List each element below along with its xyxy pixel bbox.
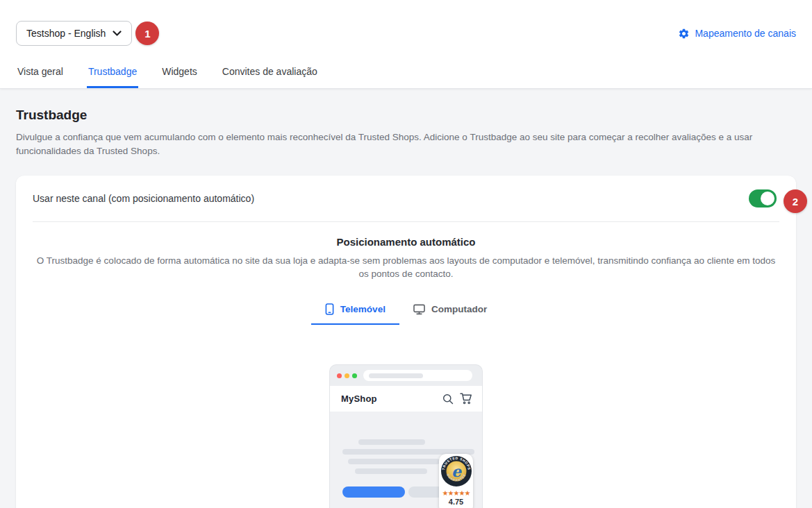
device-tab-mobile[interactable]: Telemóvel — [311, 303, 399, 325]
skeleton-line — [358, 439, 425, 445]
channel-toggle[interactable] — [749, 189, 777, 208]
shop-selector-dropdown[interactable]: Testshop - English — [16, 21, 132, 46]
page-title: Trustbadge — [16, 108, 796, 123]
device-tab-label: Telemóvel — [340, 304, 386, 314]
tab-trustbadge[interactable]: Trustbadge — [87, 66, 138, 88]
device-tab-desktop[interactable]: Computador — [399, 303, 501, 325]
section-description: O Trustbadge é colocado de forma automát… — [31, 254, 781, 280]
rating-stars: ★★★★★ — [439, 490, 473, 497]
minimize-dot-icon — [345, 373, 349, 378]
channel-toggle-label: Usar neste canal (com posicionamento aut… — [33, 193, 254, 204]
step-badge-1[interactable]: 1 — [135, 22, 159, 45]
topbar: Testshop - English 1 Mapeamento de canai… — [0, 0, 812, 89]
window-buttons — [337, 373, 357, 378]
channel-mapping-link[interactable]: Mapeamento de canais — [678, 28, 796, 40]
section-heading: Posicionamento automático — [16, 236, 796, 248]
close-dot-icon — [337, 373, 342, 378]
skeleton-line — [355, 468, 427, 474]
trustbadge-card: Usar neste canal (com posicionamento aut… — [16, 176, 796, 508]
shop-preview-mockup: MyShop — [329, 364, 483, 508]
auto-placement-section: Posicionamento automático O Trustbadge é… — [16, 236, 796, 508]
chevron-down-icon — [113, 31, 122, 37]
trustbadge-widget: TRUSTED SHOPS GUARANTEE e ★★★★★ 4.75 — [439, 454, 473, 508]
tab-widgets[interactable]: Widgets — [160, 66, 199, 88]
shop-body: TRUSTED SHOPS GUARANTEE e ★★★★★ 4.75 — [330, 412, 482, 508]
primary-button-placeholder — [342, 486, 405, 498]
shop-selector-label: Testshop - English — [26, 28, 106, 39]
page-content: Trustbadge Divulgue a confiança que vem … — [0, 108, 812, 508]
skeleton-line — [348, 459, 440, 464]
device-tabs: Telemóvel Computador — [16, 303, 796, 325]
monitor-icon — [413, 304, 425, 315]
device-tab-label: Computador — [431, 304, 487, 314]
maximize-dot-icon — [352, 373, 357, 378]
browser-bar — [330, 365, 482, 386]
nav-tabs: Vista geral Trustbadge Widgets Convites … — [0, 46, 812, 88]
rating-value: 4.75 — [439, 498, 473, 506]
cart-icon — [460, 393, 472, 405]
seal-letter: e — [451, 462, 463, 480]
trusted-shops-seal-icon: TRUSTED SHOPS GUARANTEE e — [441, 456, 472, 486]
page-description: Divulgue a confiança que vem acumulando … — [16, 130, 795, 158]
channel-mapping-label: Mapeamento de canais — [695, 28, 796, 39]
tab-convites[interactable]: Convites de avaliação — [221, 66, 319, 88]
smartphone-icon — [325, 303, 334, 315]
gear-icon — [678, 28, 690, 40]
url-bar — [363, 370, 472, 381]
tab-vista-geral[interactable]: Vista geral — [16, 66, 65, 88]
search-icon — [442, 393, 454, 405]
toggle-knob — [761, 192, 774, 205]
shop-header: MyShop — [330, 386, 482, 412]
shop-name: MyShop — [341, 393, 377, 404]
divider — [33, 221, 779, 222]
url-placeholder-line — [369, 373, 423, 378]
step-badge-2[interactable]: 2 — [784, 189, 807, 213]
